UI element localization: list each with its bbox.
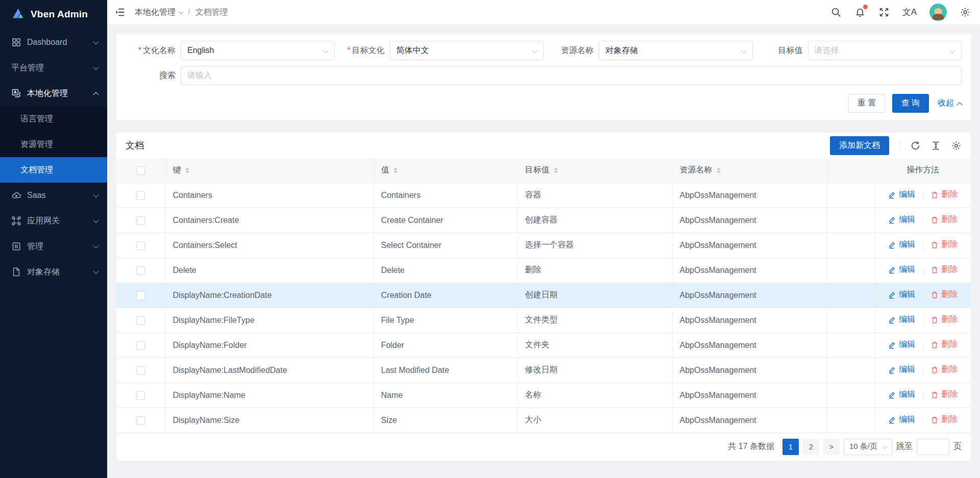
sidebar-item-document-management[interactable]: 文档管理 bbox=[0, 157, 107, 183]
toolbar-divider bbox=[900, 140, 900, 150]
cell-actions: 编辑 删除 bbox=[875, 258, 971, 283]
breadcrumb-root[interactable]: 本地化管理 bbox=[135, 7, 183, 18]
edit-button[interactable]: 编辑 bbox=[888, 364, 915, 375]
delete-button[interactable]: 删除 bbox=[930, 389, 958, 400]
sidebar-item-label: 资源管理 bbox=[20, 139, 53, 150]
sort-icon[interactable] bbox=[394, 167, 398, 173]
cell-target-value: 名称 bbox=[518, 383, 672, 408]
sidebar-item-gateway[interactable]: 应用网关 bbox=[0, 208, 107, 234]
edit-button[interactable]: 编辑 bbox=[888, 414, 915, 425]
edit-button[interactable]: 编辑 bbox=[888, 214, 915, 225]
sort-icon[interactable] bbox=[185, 167, 189, 173]
sidebar-item-label: Dashboard bbox=[27, 38, 94, 47]
row-checkbox[interactable] bbox=[136, 366, 145, 375]
jump-page-input[interactable] bbox=[917, 439, 949, 455]
culture-name-select[interactable]: English bbox=[181, 41, 335, 60]
trash-icon bbox=[930, 241, 939, 249]
row-checkbox[interactable] bbox=[136, 291, 145, 300]
cell-empty bbox=[827, 308, 875, 333]
page-button-1[interactable]: 1 bbox=[782, 439, 799, 455]
sidebar-item-saas[interactable]: Saas bbox=[0, 183, 107, 208]
cell-key: DisplayName:FileType bbox=[165, 308, 374, 333]
page-button-2[interactable]: 2 bbox=[803, 439, 819, 455]
sidebar-item-language-management[interactable]: 语言管理 bbox=[0, 106, 107, 132]
row-height-icon[interactable] bbox=[930, 140, 941, 151]
row-checkbox-cell bbox=[116, 258, 165, 283]
sidebar-item-management[interactable]: 管理 bbox=[0, 234, 107, 259]
field-resource-name: 资源名称 对象存储 bbox=[544, 41, 753, 60]
sidebar-item-resource-management[interactable]: 资源管理 bbox=[0, 132, 107, 157]
sidebar-item-localization[interactable]: 本地化管理 bbox=[0, 81, 107, 106]
column-header-resource-name[interactable]: 资源名称 bbox=[672, 158, 827, 183]
resource-name-select[interactable]: 对象存储 bbox=[599, 41, 753, 60]
avatar[interactable] bbox=[929, 4, 947, 21]
action-divider bbox=[923, 193, 923, 200]
gear-icon[interactable] bbox=[960, 7, 971, 18]
sort-icon[interactable] bbox=[554, 167, 558, 173]
row-checkbox[interactable] bbox=[136, 191, 145, 200]
row-checkbox[interactable] bbox=[136, 266, 145, 275]
delete-button[interactable]: 删除 bbox=[930, 239, 958, 250]
delete-button[interactable]: 删除 bbox=[930, 189, 958, 200]
page-size-select[interactable]: 10 条/页 bbox=[844, 439, 892, 455]
row-checkbox[interactable] bbox=[136, 316, 145, 325]
cell-target-value: 大小 bbox=[518, 408, 672, 433]
chevron-down-icon bbox=[93, 217, 99, 223]
reset-button[interactable]: 重 置 bbox=[848, 94, 885, 113]
edit-button[interactable]: 编辑 bbox=[888, 289, 915, 300]
search-icon[interactable] bbox=[830, 7, 842, 18]
bell-icon[interactable] bbox=[854, 7, 866, 18]
edit-button[interactable]: 编辑 bbox=[888, 339, 915, 350]
sidebar-item-label: Saas bbox=[27, 191, 94, 200]
column-header-target-value[interactable]: 目标值 bbox=[518, 158, 672, 183]
add-document-button[interactable]: 添加新文档 bbox=[830, 136, 889, 155]
select-all-checkbox[interactable] bbox=[136, 166, 145, 175]
target-culture-select[interactable]: 简体中文 bbox=[390, 41, 544, 60]
column-settings-gear-icon[interactable] bbox=[951, 140, 962, 151]
row-checkbox[interactable] bbox=[136, 216, 145, 225]
pencil-icon bbox=[888, 366, 896, 374]
edit-button[interactable]: 编辑 bbox=[888, 239, 915, 250]
row-checkbox-cell bbox=[116, 208, 165, 233]
query-button[interactable]: 查 询 bbox=[892, 94, 929, 113]
delete-button[interactable]: 删除 bbox=[930, 314, 958, 325]
delete-button[interactable]: 删除 bbox=[930, 289, 958, 300]
edit-button[interactable]: 编辑 bbox=[888, 189, 915, 200]
delete-button[interactable]: 删除 bbox=[930, 264, 958, 275]
next-page-button[interactable]: > bbox=[823, 439, 840, 455]
sidebar-item-object-storage[interactable]: 对象存储 bbox=[0, 259, 107, 285]
edit-button[interactable]: 编辑 bbox=[888, 389, 915, 400]
translate-icon[interactable]: 文A bbox=[902, 7, 917, 18]
sidebar-item-platform[interactable]: 平台管理 bbox=[0, 55, 107, 81]
row-checkbox[interactable] bbox=[136, 241, 145, 250]
row-checkbox[interactable] bbox=[136, 341, 145, 350]
search-input[interactable] bbox=[181, 66, 962, 85]
filter-row-2: 搜索 bbox=[126, 66, 962, 85]
column-header-value[interactable]: 值 bbox=[374, 158, 518, 183]
sidebar-item-dashboard[interactable]: Dashboard bbox=[0, 30, 107, 55]
edit-button[interactable]: 编辑 bbox=[888, 314, 915, 325]
cell-empty bbox=[827, 258, 875, 283]
menu-fold-icon[interactable] bbox=[114, 7, 126, 18]
cell-empty bbox=[827, 233, 875, 258]
edit-button[interactable]: 编辑 bbox=[888, 264, 915, 275]
pencil-icon bbox=[888, 391, 896, 399]
chevron-down-icon bbox=[93, 39, 99, 44]
target-value-select[interactable]: 请选择 bbox=[808, 41, 962, 60]
row-checkbox[interactable] bbox=[136, 416, 145, 425]
delete-button[interactable]: 删除 bbox=[930, 214, 958, 225]
pencil-icon bbox=[888, 316, 896, 324]
delete-button[interactable]: 删除 bbox=[930, 339, 958, 350]
fullscreen-icon[interactable] bbox=[878, 7, 890, 18]
collapse-link[interactable]: 收起 bbox=[938, 98, 962, 109]
app-logo[interactable]: Vben Admin bbox=[0, 0, 107, 29]
cell-key: Containers:Create bbox=[165, 208, 374, 233]
delete-button[interactable]: 删除 bbox=[930, 364, 958, 375]
table-header-row: 键 值 目标值 资源名称 bbox=[116, 158, 971, 183]
sort-icon[interactable] bbox=[717, 167, 721, 173]
row-checkbox[interactable] bbox=[136, 391, 145, 400]
refresh-icon[interactable] bbox=[910, 140, 921, 151]
column-header-key[interactable]: 键 bbox=[165, 158, 374, 183]
delete-button[interactable]: 删除 bbox=[930, 414, 958, 425]
cell-target-value: 选择一个容器 bbox=[518, 233, 672, 258]
